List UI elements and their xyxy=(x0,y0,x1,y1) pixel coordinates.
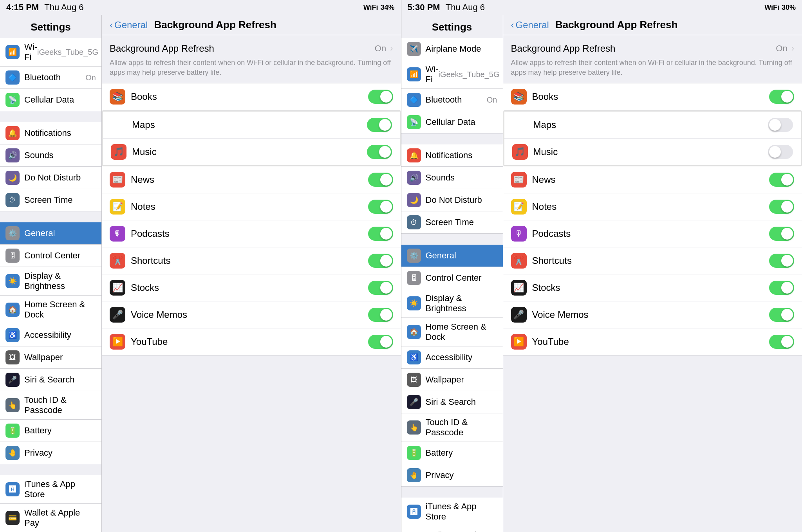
sidebar-item-siri[interactable]: 🎤Siri & Search xyxy=(0,369,101,391)
shortcuts-toggle[interactable] xyxy=(368,254,393,268)
sidebar-item-touchid[interactable]: 👆Touch ID & Passcode xyxy=(0,391,101,420)
homescreen-icon: 🏠 xyxy=(5,303,20,317)
notes-toggle[interactable] xyxy=(769,200,794,214)
stocks-toggle[interactable] xyxy=(368,281,393,295)
notes-toggle[interactable] xyxy=(368,200,393,214)
sidebar-section-gap xyxy=(401,133,503,144)
sidebar-item-bluetooth[interactable]: 🔷BluetoothOn xyxy=(0,67,101,89)
sidebar-item-access[interactable]: ♿Accessibility xyxy=(0,324,101,346)
sidebar-item-homescreen[interactable]: 🏠Home Screen & Dock xyxy=(0,296,101,324)
app-row-maps[interactable]: 🗺Maps xyxy=(103,112,400,139)
app-row-news[interactable]: 📰News xyxy=(503,166,802,193)
left-nav-back[interactable]: ‹ General xyxy=(110,20,148,31)
access-icon: ♿ xyxy=(407,350,421,364)
sidebar-item-screentime[interactable]: ⏱Screen Time xyxy=(401,211,503,234)
sidebar-item-wallet[interactable]: 💳Wallet & Apple Pay xyxy=(0,504,101,532)
podcasts-toggle-knob xyxy=(380,228,392,240)
sidebar-item-siri[interactable]: 🎤Siri & Search xyxy=(401,391,503,413)
youtube-app-icon: ▶️ xyxy=(511,334,527,350)
app-row-shortcuts[interactable]: ✂️Shortcuts xyxy=(102,247,401,274)
app-row-podcasts[interactable]: 🎙Podcasts xyxy=(102,220,401,247)
sidebar-item-screentime[interactable]: ⏱Screen Time xyxy=(0,189,101,211)
battery-icon: 34% xyxy=(380,4,394,12)
sidebar-item-wallpaper[interactable]: 🖼Wallpaper xyxy=(0,346,101,369)
sidebar-item-touchid[interactable]: 👆Touch ID & Passcode xyxy=(401,413,503,442)
battery-icon: 🔋 xyxy=(407,446,421,460)
app-row-notes[interactable]: 📝Notes xyxy=(503,193,802,220)
sidebar-item-wallpaper[interactable]: 🖼Wallpaper xyxy=(401,369,503,391)
sidebar-label-bluetooth: Bluetooth xyxy=(426,95,462,105)
news-toggle[interactable] xyxy=(769,173,794,187)
sidebar-item-access[interactable]: ♿Accessibility xyxy=(401,346,503,369)
sidebar-item-wifi[interactable]: 📶Wi-FiiGeeks_Tube_5G xyxy=(0,38,101,67)
sidebar-item-homescreen[interactable]: 🏠Home Screen & Dock xyxy=(401,318,503,346)
sidebar-item-cellular[interactable]: 📡Cellular Data xyxy=(401,111,503,133)
sidebar-item-battery[interactable]: 🔋Battery xyxy=(401,442,503,464)
right-nav-back[interactable]: ‹ General xyxy=(511,20,549,31)
sidebar-item-dnd[interactable]: 🌙Do Not Disturb xyxy=(401,189,503,211)
right-wifi-icon: WiFi xyxy=(764,4,779,12)
app-row-books[interactable]: 📚Books xyxy=(102,83,401,110)
podcasts-toggle[interactable] xyxy=(368,227,393,241)
sidebar-item-general[interactable]: ⚙️General xyxy=(401,245,503,267)
sidebar-item-privacy[interactable]: 🤚Privacy xyxy=(401,464,503,487)
sidebar-item-display[interactable]: ☀️Display & Brightness xyxy=(0,267,101,296)
youtube-toggle-knob xyxy=(781,336,793,348)
sidebar-item-battery[interactable]: 🔋Battery xyxy=(0,420,101,442)
news-toggle[interactable] xyxy=(368,173,393,187)
sidebar-item-itunes[interactable]: 🅰iTunes & App Store xyxy=(0,475,101,504)
music-toggle[interactable] xyxy=(367,145,392,159)
sidebar-item-general[interactable]: ⚙️General xyxy=(0,222,101,245)
app-row-notes[interactable]: 📝Notes xyxy=(102,193,401,220)
app-row-voicememo[interactable]: 🎤Voice Memos xyxy=(102,301,401,328)
youtube-row-label: YouTube xyxy=(532,336,769,347)
sidebar-item-sounds[interactable]: 🔊Sounds xyxy=(0,144,101,167)
sidebar-item-notifications[interactable]: 🔔Notifications xyxy=(0,122,101,144)
shortcuts-toggle[interactable] xyxy=(769,254,794,268)
sidebar-item-notifications[interactable]: 🔔Notifications xyxy=(401,144,503,167)
sidebar-item-dnd[interactable]: 🌙Do Not Disturb xyxy=(0,167,101,189)
sidebar-label-battery: Battery xyxy=(426,448,453,458)
sidebar-item-airplane[interactable]: ✈️Airplane Mode xyxy=(401,38,503,60)
app-row-news[interactable]: 📰News xyxy=(102,166,401,193)
app-row-stocks[interactable]: 📈Stocks xyxy=(503,274,802,301)
voicememo-app-icon: 🎤 xyxy=(110,307,125,323)
app-row-youtube[interactable]: ▶️YouTube xyxy=(503,328,802,355)
sidebar-item-control[interactable]: 🎛Control Center xyxy=(401,267,503,289)
sidebar-item-sounds[interactable]: 🔊Sounds xyxy=(401,167,503,189)
podcasts-toggle[interactable] xyxy=(769,227,794,241)
app-row-music[interactable]: 🎵Music xyxy=(103,139,400,165)
music-toggle[interactable] xyxy=(768,145,793,159)
books-toggle[interactable] xyxy=(368,90,393,104)
app-row-podcasts[interactable]: 🎙Podcasts xyxy=(503,220,802,247)
app-row-shortcuts[interactable]: ✂️Shortcuts xyxy=(503,247,802,274)
sidebar-item-cellular[interactable]: 📡Cellular Data xyxy=(0,89,101,111)
sidebar-item-privacy[interactable]: 🤚Privacy xyxy=(0,442,101,464)
left-back-label: General xyxy=(114,20,148,31)
app-row-maps[interactable]: 🗺Maps xyxy=(504,112,801,139)
sidebar-item-wifi[interactable]: 📶Wi-FiiGeeks_Tube_5G xyxy=(401,60,503,89)
sidebar-item-display[interactable]: ☀️Display & Brightness xyxy=(401,289,503,318)
youtube-toggle[interactable] xyxy=(769,335,794,349)
app-row-music[interactable]: 🎵Music xyxy=(504,139,801,165)
news-app-icon: 📰 xyxy=(511,172,527,188)
app-row-books[interactable]: 📚Books xyxy=(503,83,802,110)
youtube-toggle[interactable] xyxy=(368,335,393,349)
stocks-toggle[interactable] xyxy=(769,281,794,295)
books-toggle[interactable] xyxy=(769,90,794,104)
app-row-voicememo[interactable]: 🎤Voice Memos xyxy=(503,301,802,328)
voicememo-toggle-knob xyxy=(380,309,392,321)
sidebar-item-control[interactable]: 🎛Control Center xyxy=(0,245,101,267)
app-row-youtube[interactable]: ▶️YouTube xyxy=(102,328,401,355)
maps-toggle[interactable] xyxy=(367,118,392,132)
youtube-toggle-knob xyxy=(380,336,392,348)
sidebar-item-bluetooth[interactable]: 🔷BluetoothOn xyxy=(401,89,503,111)
app-row-stocks[interactable]: 📈Stocks xyxy=(102,274,401,301)
voicememo-toggle[interactable] xyxy=(368,308,393,322)
right-sidebar-list: ✈️Airplane Mode📶Wi-FiiGeeks_Tube_5G🔷Blue… xyxy=(401,38,503,532)
maps-toggle[interactable] xyxy=(768,118,793,132)
voicememo-toggle[interactable] xyxy=(769,308,794,322)
sidebar-item-itunes[interactable]: 🅰iTunes & App Store xyxy=(401,498,503,526)
sidebar-item-wallet[interactable]: 💳Wallet & Apple Pay xyxy=(401,526,503,532)
stocks-toggle-knob xyxy=(781,282,793,294)
